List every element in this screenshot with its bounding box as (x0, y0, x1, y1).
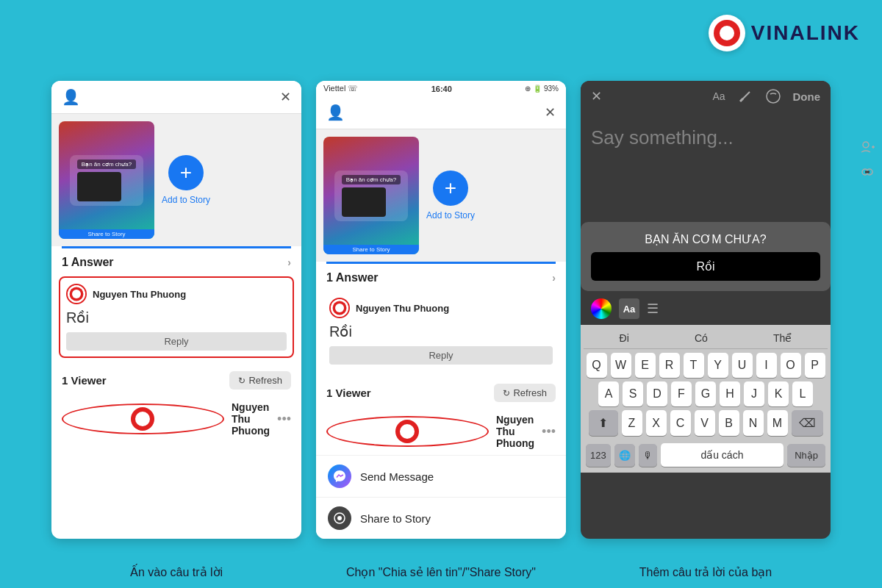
panel2-refresh-button[interactable]: ↻ Refresh (494, 384, 556, 402)
panel2-viewer-avatar (326, 416, 489, 447)
panel3-question-text: BẠN ĂN CƠM CHƯA? (591, 232, 820, 246)
key-F[interactable]: F (671, 381, 692, 406)
keyboard-row-1: Q W E R T Y U I O P (586, 353, 825, 378)
key-U[interactable]: U (732, 353, 753, 378)
key-O[interactable]: O (781, 353, 801, 378)
key-S[interactable]: S (623, 381, 643, 406)
panel1-viewer-avatar (62, 404, 224, 434)
key-D[interactable]: D (647, 381, 667, 406)
panel2-answer-text: Rồi (329, 323, 553, 340)
sticker-icon[interactable] (765, 88, 781, 104)
key-123[interactable]: 123 (586, 444, 611, 467)
panel1-answer-arrow: › (287, 257, 291, 268)
key-B[interactable]: B (719, 410, 739, 436)
panel3-close-button[interactable]: ✕ (591, 88, 602, 104)
key-Z[interactable]: Z (622, 410, 642, 436)
key-globe[interactable]: 🌐 (614, 444, 635, 467)
svg-point-7 (135, 412, 150, 426)
svg-point-16 (337, 516, 342, 520)
key-H[interactable]: H (720, 381, 740, 406)
key-X[interactable]: X (646, 410, 667, 436)
key-C[interactable]: C (670, 410, 691, 436)
prediction-word-1[interactable]: Đi (620, 332, 629, 344)
panel1-answer-card[interactable]: Nguyen Thu Phuong Rồi Reply (59, 276, 294, 358)
key-delete[interactable]: ⌫ (792, 410, 823, 436)
key-space[interactable]: dấu cách (661, 443, 784, 467)
panel2-story-section: Bạn ăn cơm chưa? Share to Story + Add to… (316, 129, 566, 262)
gps-icon: ⊕ (525, 85, 531, 93)
key-N[interactable]: N (743, 410, 764, 436)
prediction-word-2[interactable]: Có (695, 332, 708, 344)
panel3-header: ✕ Aa Done (581, 81, 831, 112)
prediction-word-3[interactable]: Thể (773, 332, 792, 344)
svg-line-18 (740, 98, 743, 101)
panel1-reply-button[interactable]: Reply (66, 332, 287, 351)
keyboard-row-2: A S D F G H J K L (586, 381, 825, 406)
key-T[interactable]: T (684, 353, 704, 378)
key-Q[interactable]: Q (587, 353, 607, 378)
key-E[interactable]: E (635, 353, 656, 378)
key-G[interactable]: G (695, 381, 716, 406)
key-I[interactable]: I (756, 353, 777, 378)
vinalink-logo: VINALINK (709, 15, 860, 51)
key-J[interactable]: J (744, 381, 764, 406)
panel1-answer-text: Rồi (66, 309, 287, 326)
panel2-close-button[interactable]: ✕ (545, 104, 556, 121)
keyboard-area: Đi Có Thể Q W E R T Y U I O P (581, 325, 831, 473)
svg-point-13 (400, 424, 415, 439)
key-M[interactable]: M (767, 410, 788, 436)
panel1-add-story-label: Add to Story (162, 195, 210, 205)
panel2-add-circle-icon: + (433, 171, 468, 206)
key-mic[interactable]: 🎙 (639, 444, 657, 467)
key-P[interactable]: P (805, 353, 825, 378)
panels-container: 👤 ✕ Bạn ăn cơm chưa? Share to Story + Ad… (0, 81, 882, 539)
panel2-answer-card[interactable]: Nguyen Thu Phuong Rồi Reply (323, 292, 559, 370)
send-message-option[interactable]: Send Message (316, 455, 566, 497)
brush-icon[interactable] (737, 88, 753, 104)
svg-point-19 (767, 90, 780, 103)
panel1-viewer-section: 1 Viewer ↻ Refresh (51, 365, 301, 395)
text-tool-icon[interactable]: Aa (712, 90, 725, 102)
panel2-viewer-name: Nguyen Thu Phuong (496, 414, 534, 449)
panel2-answer-user-row: Nguyen Thu Phuong (329, 298, 553, 318)
keyboard-row-3: ⬆ Z X C V B N M ⌫ (586, 410, 825, 436)
panel2-viewer-options[interactable]: ••• (542, 424, 556, 440)
key-enter[interactable]: Nhập (787, 444, 825, 467)
add-circle-icon: + (168, 155, 204, 190)
panel3-done-button[interactable]: Done (793, 90, 821, 103)
panel2-answer-arrow: › (552, 272, 556, 284)
text-format-button[interactable]: Aa (619, 298, 639, 319)
prediction-row: Đi Có Thể (584, 328, 828, 349)
key-V[interactable]: V (695, 410, 715, 436)
key-R[interactable]: R (659, 353, 680, 378)
key-A[interactable]: A (598, 381, 619, 406)
panel1-viewer-label: 1 Viewer (62, 374, 107, 387)
panel1-refresh-label: Refresh (248, 375, 282, 386)
key-Y[interactable]: Y (708, 353, 728, 378)
key-L[interactable]: L (792, 381, 813, 406)
panel2-reply-button[interactable]: Reply (329, 346, 553, 365)
refresh-icon: ↻ (238, 376, 245, 386)
panel3-toolbar-row: Aa ☰ (581, 293, 831, 325)
panel1-viewer-options[interactable]: ••• (277, 412, 291, 427)
key-K[interactable]: K (768, 381, 789, 406)
panel2-answer-username: Nguyen Thu Phuong (356, 303, 449, 314)
caption-3: Thêm câu trả lời của bạn (581, 564, 831, 581)
panel2-time: 16:40 (431, 85, 452, 93)
panel1-answer-count: 1 Answer (62, 256, 114, 269)
color-wheel-button[interactable] (591, 298, 612, 319)
panel2-add-story-label: Add to Story (426, 210, 475, 220)
panel1-answer-avatar (66, 284, 87, 304)
send-message-label: Send Message (360, 470, 434, 483)
panel1-close-button[interactable]: ✕ (280, 89, 291, 105)
caption-1: Ấn vào câu trả lời (51, 564, 301, 581)
panel1-add-story[interactable]: + Add to Story (162, 155, 210, 205)
panel2-add-story[interactable]: + Add to Story (426, 171, 475, 220)
panel2-viewer-row: Nguyen Thu Phuong ••• (316, 408, 566, 455)
key-shift[interactable]: ⬆ (589, 410, 618, 436)
align-icon[interactable]: ☰ (647, 301, 659, 317)
panel1-refresh-button[interactable]: ↻ Refresh (229, 371, 291, 390)
panel1-answer-user-row: Nguyen Thu Phuong (66, 284, 287, 304)
share-to-story-option[interactable]: Share to Story (316, 497, 566, 539)
key-W[interactable]: W (611, 353, 631, 378)
